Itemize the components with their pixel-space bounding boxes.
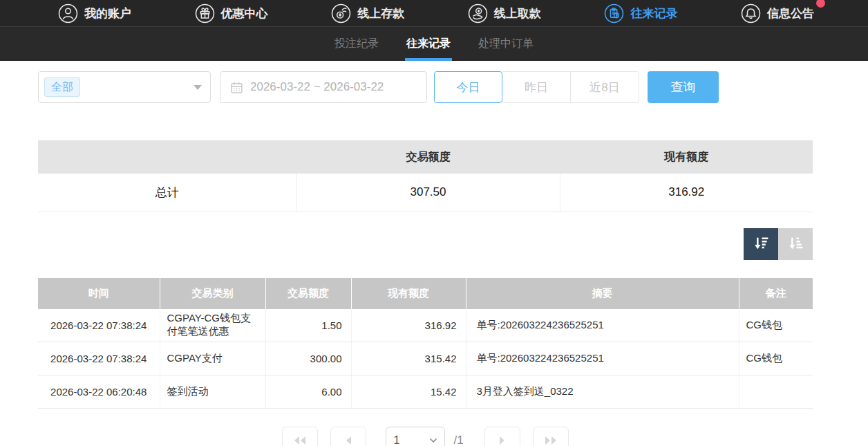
- cell-summary: 3月登入签到送_0322: [466, 375, 739, 409]
- date-range-input[interactable]: 2026-03-22 ~ 2026-03-22: [220, 71, 427, 103]
- summary-transaction-amount: 307.50: [296, 174, 560, 212]
- cell-time: 2026-03-22 06:20:48: [38, 375, 160, 409]
- calendar-icon: [230, 81, 243, 94]
- sub-navigation-bar: 投注纪录 往来记录 处理中订单: [0, 27, 868, 61]
- cell-balance: 316.92: [351, 309, 466, 342]
- header-type: 交易类别: [160, 278, 265, 309]
- nav-label: 我的账户: [84, 6, 131, 21]
- search-button[interactable]: 查询: [648, 71, 719, 103]
- cell-note: CG钱包: [739, 342, 813, 375]
- tab-betting-records[interactable]: 投注纪录: [333, 27, 380, 61]
- summary-header-current-balance: 现有额度: [560, 140, 813, 174]
- header-note: 备注: [739, 278, 813, 309]
- nav-label: 线上取款: [494, 6, 541, 21]
- table-row: 2026-03-22 06:20:48 签到活动 6.00 15.42 3月登入…: [38, 375, 813, 409]
- transaction-type-select[interactable]: 全部: [38, 71, 211, 103]
- cell-type: 签到活动: [160, 375, 265, 409]
- last-8-days-button[interactable]: 近8日: [571, 71, 639, 103]
- sort-descending-icon: [752, 234, 771, 253]
- page-number-select[interactable]: 1: [386, 427, 445, 446]
- table-row: 2026-03-22 07:38:24 CGPAY支付 300.00 315.4…: [38, 342, 813, 375]
- cell-summary: 单号:202603224236525251: [466, 309, 739, 342]
- double-chevron-right-icon: [543, 435, 558, 446]
- cell-balance: 15.42: [351, 375, 466, 409]
- sort-ascending-button[interactable]: [778, 228, 813, 260]
- cell-type: CGPAY支付: [160, 342, 265, 375]
- records-header-row: 时间 交易类别 交易额度 现有额度 摘要 备注: [38, 278, 813, 309]
- bell-icon: [741, 3, 761, 24]
- user-icon: [58, 3, 78, 24]
- chevron-down-icon: [429, 438, 437, 443]
- nav-my-account[interactable]: 我的账户: [58, 3, 131, 24]
- today-button[interactable]: 今日: [434, 71, 502, 103]
- header-current-balance: 现有额度: [351, 278, 466, 309]
- cell-time: 2026-03-22 07:38:24: [38, 309, 160, 342]
- summary-table: 交易额度 现有额度 总计 307.50 316.92: [38, 140, 813, 212]
- tab-transaction-records[interactable]: 往来记录: [405, 27, 452, 61]
- tab-label: 往来记录: [406, 37, 451, 51]
- withdraw-icon: [468, 3, 488, 24]
- cell-note: [739, 375, 813, 409]
- chevron-left-icon: [343, 435, 353, 446]
- summary-header-empty: [38, 140, 296, 174]
- nav-transaction-records[interactable]: 往来记录: [604, 3, 677, 24]
- filter-row: 全部 2026-03-22 ~ 2026-03-22 今日 昨日 近8日 查询: [38, 71, 813, 103]
- cell-amount: 6.00: [265, 375, 351, 409]
- cell-summary: 单号:202603224236525251: [466, 342, 739, 375]
- gift-icon: [195, 3, 215, 24]
- header-time: 时间: [38, 278, 160, 309]
- tab-processing-orders[interactable]: 处理中订单: [477, 27, 535, 61]
- summary-header-transaction-amount: 交易额度: [296, 140, 560, 174]
- notification-badge: [816, 0, 825, 8]
- summary-header-row: 交易额度 现有额度: [38, 140, 813, 174]
- first-page-button[interactable]: [282, 427, 318, 446]
- nav-announcements[interactable]: 信息公告: [741, 3, 814, 24]
- yesterday-button[interactable]: 昨日: [502, 71, 571, 103]
- quick-range-group: 今日 昨日 近8日: [434, 71, 639, 103]
- sort-ascending-icon: [786, 234, 805, 253]
- table-row: 2026-03-22 07:38:24 CGPAY-CG钱包支付笔笔送优惠 1.…: [38, 309, 813, 342]
- main-content: 全部 2026-03-22 ~ 2026-03-22 今日 昨日 近8日 查询: [38, 71, 813, 446]
- nav-label: 优惠中心: [221, 6, 268, 21]
- selected-type-chip[interactable]: 全部: [44, 77, 80, 97]
- pagination: 1 /1: [38, 427, 813, 446]
- nav-online-deposit[interactable]: 线上存款: [331, 3, 404, 24]
- nav-label: 往来记录: [630, 6, 677, 21]
- current-page-value: 1: [393, 434, 399, 446]
- records-table: 时间 交易类别 交易额度 现有额度 摘要 备注 2026-03-22 07:38…: [38, 278, 813, 409]
- date-range-value: 2026-03-22 ~ 2026-03-22: [250, 80, 384, 94]
- double-chevron-left-icon: [292, 435, 308, 446]
- next-page-button[interactable]: [484, 427, 520, 446]
- cell-type: CGPAY-CG钱包支付笔笔送优惠: [160, 309, 265, 342]
- summary-current-balance: 316.92: [560, 174, 813, 212]
- previous-page-button[interactable]: [330, 427, 366, 446]
- header-transaction-amount: 交易额度: [265, 278, 351, 309]
- cell-amount: 300.00: [265, 342, 351, 375]
- header-summary: 摘要: [466, 278, 739, 309]
- top-navigation-bar: 我的账户 优惠中心 线上存款: [0, 0, 868, 27]
- total-pages-label: /1: [453, 434, 463, 446]
- cell-note: CG钱包: [739, 309, 813, 342]
- nav-label: 信息公告: [767, 6, 814, 21]
- records-icon: [604, 3, 624, 24]
- cell-balance: 315.42: [351, 342, 466, 375]
- tab-label: 投注纪录: [334, 37, 379, 51]
- last-page-button[interactable]: [533, 427, 569, 446]
- chevron-down-icon: [194, 85, 202, 90]
- sort-descending-button[interactable]: [744, 228, 778, 260]
- cell-amount: 1.50: [265, 309, 351, 342]
- deposit-icon: [331, 3, 351, 24]
- cell-time: 2026-03-22 07:38:24: [38, 342, 160, 375]
- nav-promo-center[interactable]: 优惠中心: [195, 3, 268, 24]
- sort-controls: [38, 228, 813, 260]
- summary-total-row: 总计 307.50 316.92: [38, 174, 813, 212]
- summary-total-label: 总计: [38, 174, 296, 212]
- chevron-right-icon: [498, 435, 507, 446]
- nav-online-withdrawal[interactable]: 线上取款: [468, 3, 541, 24]
- tab-label: 处理中订单: [478, 37, 534, 51]
- nav-label: 线上存款: [357, 6, 404, 21]
